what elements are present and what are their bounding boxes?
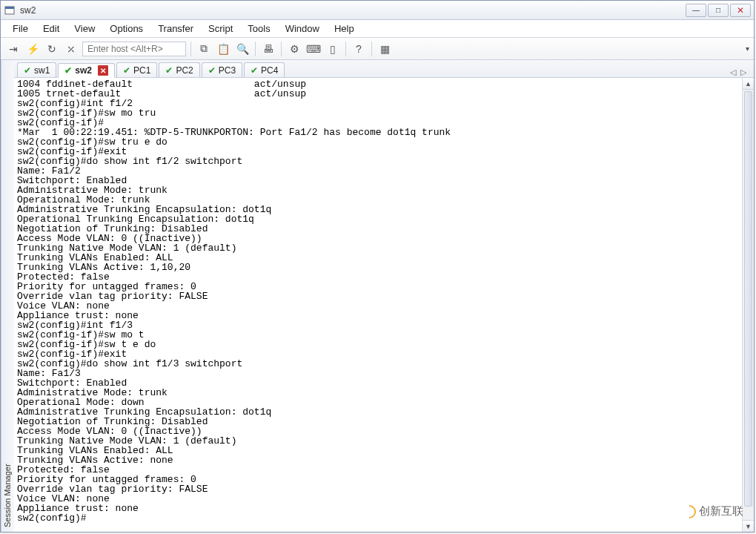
tab-label: PC3 — [219, 65, 236, 76]
reconnect-icon[interactable]: ↻ — [44, 41, 60, 57]
close-button[interactable]: ✕ — [730, 4, 751, 17]
about-icon[interactable]: ▦ — [377, 41, 393, 57]
print-icon[interactable]: 🖶 — [260, 41, 276, 57]
tab-sw2[interactable]: ✔ sw2 ✕ — [58, 63, 115, 78]
main-panel: ✔ sw1 ✔ sw2 ✕ ✔ PC1 ✔ PC2 ✔ — [14, 60, 754, 532]
tabbar-nav: ◁ ▷ — [730, 67, 751, 77]
menu-edit[interactable]: Edit — [36, 20, 67, 37]
copy-icon[interactable]: ⧉ — [196, 41, 212, 57]
menu-transfer[interactable]: Transfer — [150, 20, 201, 37]
scroll-down-icon[interactable]: ▼ — [743, 520, 754, 532]
terminal-output[interactable]: 1004 fddinet-default act/unsup 1005 trne… — [14, 78, 742, 532]
check-icon: ✔ — [208, 66, 216, 75]
disconnect-icon[interactable]: ⤫ — [63, 41, 79, 57]
tab-label: PC2 — [176, 65, 193, 76]
toolbar: ⇥ ⚡ ↻ ⤫ ⧉ 📋 🔍 🖶 ⚙ ⌨ ▯ ? ▦ ▾ — [1, 38, 754, 60]
toolbar-separator — [281, 42, 282, 56]
menu-script[interactable]: Script — [201, 20, 240, 37]
tab-pc2[interactable]: ✔ PC2 — [159, 62, 199, 77]
maximize-button[interactable]: □ — [708, 4, 729, 17]
scroll-up-icon[interactable]: ▲ — [743, 78, 754, 90]
toolbar-overflow-icon[interactable]: ▾ — [746, 44, 749, 53]
keyboard-icon[interactable]: ⌨ — [305, 41, 322, 57]
menu-options[interactable]: Options — [102, 20, 150, 37]
paste-icon[interactable]: 📋 — [215, 41, 231, 57]
tab-pc3[interactable]: ✔ PC3 — [202, 62, 242, 77]
host-input[interactable] — [82, 42, 186, 56]
tab-label: PC4 — [261, 65, 278, 76]
terminal-wrap: 1004 fddinet-default act/unsup 1005 trne… — [14, 78, 754, 532]
minimize-button[interactable]: — — [686, 4, 706, 17]
app-window: sw2 — □ ✕ File Edit View Options Transfe… — [0, 0, 755, 533]
menu-help[interactable]: Help — [327, 20, 362, 37]
titlebar: sw2 — □ ✕ — [1, 1, 754, 20]
filter-icon[interactable]: ▯ — [325, 41, 341, 57]
tab-next-icon[interactable]: ▷ — [740, 67, 746, 77]
toolbar-separator — [190, 42, 191, 56]
tab-label: sw2 — [75, 65, 92, 76]
tab-label: PC1 — [133, 65, 150, 76]
connect-icon[interactable]: ⇥ — [5, 41, 21, 57]
menu-file[interactable]: File — [5, 20, 36, 37]
tab-close-icon[interactable]: ✕ — [98, 65, 108, 76]
menu-window[interactable]: Window — [278, 20, 327, 37]
toolbar-separator — [345, 42, 346, 56]
tab-pc4[interactable]: ✔ PC4 — [244, 62, 285, 77]
session-manager-tab[interactable]: Session Manager — [1, 60, 14, 532]
menu-tools[interactable]: Tools — [240, 20, 277, 37]
body-area: Session Manager ✔ sw1 ✔ sw2 ✕ ✔ PC1 ✔ — [1, 60, 754, 532]
find-icon[interactable]: 🔍 — [234, 41, 251, 57]
check-icon: ✔ — [64, 66, 72, 75]
help-icon[interactable]: ? — [351, 41, 367, 57]
session-tabbar: ✔ sw1 ✔ sw2 ✕ ✔ PC1 ✔ PC2 ✔ — [14, 60, 754, 78]
menu-view[interactable]: View — [67, 20, 102, 37]
scroll-thumb[interactable] — [744, 91, 752, 507]
window-controls: — □ ✕ — [686, 4, 751, 17]
check-icon: ✔ — [165, 66, 173, 75]
toolbar-separator — [371, 42, 372, 56]
menubar: File Edit View Options Transfer Script T… — [1, 20, 754, 38]
quick-connect-icon[interactable]: ⚡ — [24, 41, 41, 57]
check-icon: ✔ — [24, 66, 31, 75]
svg-rect-1 — [5, 7, 14, 9]
tab-label: sw1 — [34, 65, 50, 76]
app-icon — [4, 4, 16, 16]
tab-sw1[interactable]: ✔ sw1 — [17, 62, 56, 77]
settings-icon[interactable]: ⚙ — [286, 41, 302, 57]
toolbar-separator — [255, 42, 256, 56]
tab-pc1[interactable]: ✔ PC1 — [116, 62, 157, 77]
window-title: sw2 — [20, 5, 686, 16]
tab-prev-icon[interactable]: ◁ — [730, 67, 736, 77]
check-icon: ✔ — [123, 66, 130, 75]
check-icon: ✔ — [251, 66, 258, 75]
vertical-scrollbar[interactable]: ▲ ▼ — [742, 78, 754, 532]
